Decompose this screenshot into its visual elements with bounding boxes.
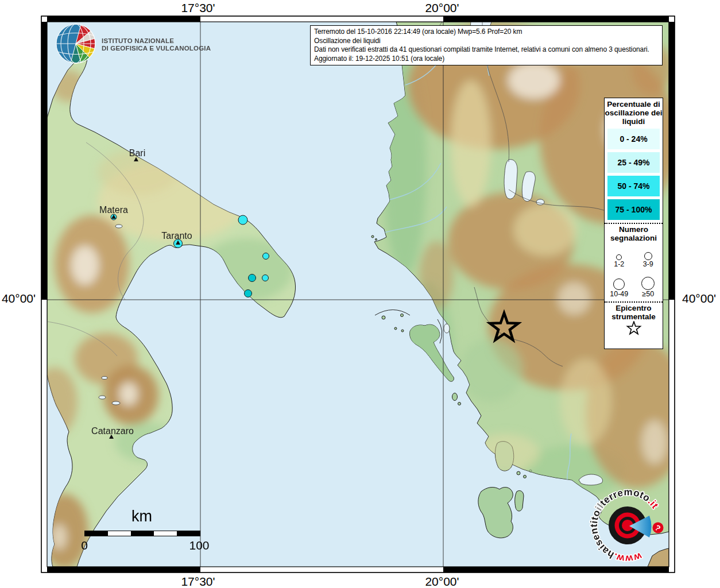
scale-bar-segments xyxy=(84,531,200,536)
axis-lon-17-30-top: 17°30' xyxy=(181,1,215,15)
legend-num-grid: 1-2 3-9 10-49 ≥50 xyxy=(605,242,663,299)
scale-start-label: 0 xyxy=(81,539,88,552)
report-dot xyxy=(262,275,269,281)
legend-num-1-2: 1-2 xyxy=(605,242,634,269)
report-dot xyxy=(249,274,256,282)
city-label-taranto: Taranto xyxy=(161,231,192,241)
epicenter-star-glyph xyxy=(627,322,640,334)
city-label-catanzaro: Catanzaro xyxy=(91,426,134,436)
legend-class-0-24: 0 - 24% xyxy=(607,129,660,149)
reports-circle-xlarge-icon xyxy=(641,277,655,290)
legend-class-label: 75 - 100% xyxy=(616,205,652,214)
ingv-macroseismic-map-page: { "axis": {"lon1": "17°30'", "lon2": "20… xyxy=(0,0,720,588)
epicenter-star-icon xyxy=(624,321,644,336)
scale-unit-label: km xyxy=(84,508,199,525)
legend-num-3-9: 3-9 xyxy=(634,242,663,269)
info-line-updated: Aggiornato il: 19-12-2025 10:51 (ora loc… xyxy=(314,55,659,64)
legend-pct-title: Percentuale di oscillazione dei liquidi xyxy=(605,98,663,126)
reports-circle-large-icon xyxy=(613,278,625,290)
legend-num-label: 1-2 xyxy=(614,260,624,269)
ingv-logo: ISTITUTO NAZIONALE DI GEOFISICA E VULCAN… xyxy=(54,23,211,67)
city-label-bari: Bari xyxy=(129,148,145,158)
legend-class-label: 0 - 24% xyxy=(620,134,647,144)
info-line-type: Oscillazione dei liquidi xyxy=(314,37,659,46)
report-dot xyxy=(263,253,269,260)
axis-lat-40-right: 40°00' xyxy=(682,292,716,305)
reports-circle-small-icon xyxy=(616,254,622,260)
legend-num-label: 10-49 xyxy=(610,290,628,299)
info-line-source: Dati non verificati estratti da 41 quest… xyxy=(314,45,659,55)
legend-divider xyxy=(605,223,663,224)
info-line-event: Terremoto del 15-10-2016 22:14:49 (ora l… xyxy=(314,28,659,37)
city-label-matera: Matera xyxy=(99,205,128,215)
legend-num-title: Numero segnalazioni xyxy=(605,225,663,242)
axis-lon-17-30-bottom: 17°30' xyxy=(181,575,215,588)
ingv-globe-icon xyxy=(54,23,98,67)
haisentitoilterremoto-logo: ? www.haisentitoilterremoto.it xyxy=(584,482,671,568)
ingv-name-line2: DI GEOFISICA E VULCANOLOGIA xyxy=(102,45,211,53)
report-dot xyxy=(238,215,247,225)
legend-num-50plus: ≥50 xyxy=(634,269,663,299)
legend-class-25-49: 25 - 49% xyxy=(607,152,660,173)
report-dot xyxy=(245,290,252,297)
axis-lon-20-00-bottom: 20°00' xyxy=(425,575,459,588)
legend-divider xyxy=(605,301,663,303)
scale-end-label: 100 xyxy=(189,539,209,552)
legend-class-label: 25 - 49% xyxy=(617,158,649,167)
legend-epicenter-title: Epicentro strumentale xyxy=(605,304,663,321)
legend-num-label: 3-9 xyxy=(643,260,653,269)
legend-num-10-49: 10-49 xyxy=(605,269,634,299)
legend-panel: Percentuale di oscillazione dei liquidi … xyxy=(604,98,663,349)
axis-lon-20-00-top: 20°00' xyxy=(425,1,459,15)
axis-lat-40-left: 40°00' xyxy=(0,292,36,305)
ingv-name-line1: ISTITUTO NAZIONALE xyxy=(102,37,211,45)
legend-num-label: ≥50 xyxy=(642,290,654,299)
legend-class-label: 50 - 74% xyxy=(617,181,649,191)
legend-class-75-100: 75 - 100% xyxy=(607,199,660,220)
earthquake-info-box: Terremoto del 15-10-2016 22:14:49 (ora l… xyxy=(310,25,663,65)
reports-circle-medium-icon xyxy=(644,252,652,260)
legend-class-50-74: 50 - 74% xyxy=(607,176,660,196)
